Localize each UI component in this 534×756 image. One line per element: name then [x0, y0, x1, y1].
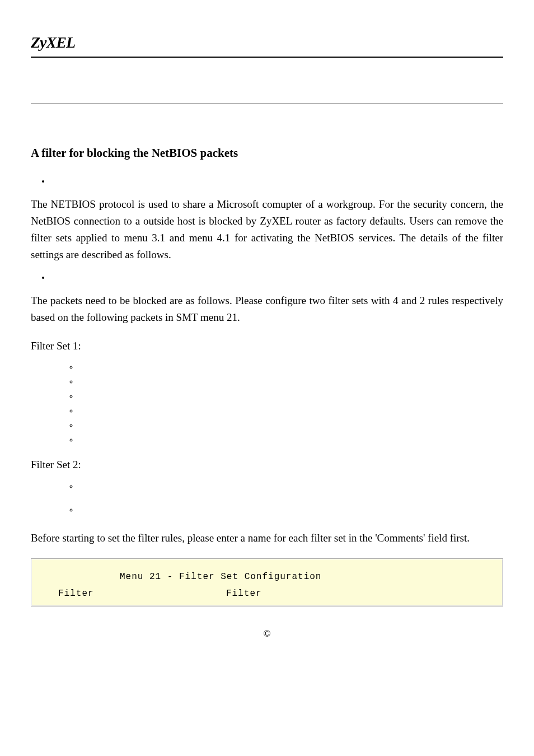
- paragraph-config: The packets need to be blocked are as fo…: [31, 292, 503, 326]
- list-item: [78, 405, 503, 416]
- filterset1-heading: Filter Set 1:: [31, 338, 503, 354]
- bullet-item: [50, 272, 503, 282]
- filterset1-list: [78, 362, 503, 445]
- footer-copyright: ©: [31, 627, 503, 641]
- list-item: [78, 481, 503, 491]
- bullet-item: [50, 176, 503, 186]
- terminal-col-header-1: Filter: [58, 587, 226, 600]
- terminal-header-row: Filter Filter: [40, 587, 494, 600]
- terminal-col-header-2: Filter: [226, 587, 262, 600]
- paragraph-intro: The NETBIOS protocol is used to share a …: [31, 196, 503, 263]
- filterset2-list: [78, 481, 503, 515]
- list-item: [78, 420, 503, 430]
- list-item: [78, 505, 503, 515]
- filterset2-heading: Filter Set 2:: [31, 457, 503, 473]
- instruction-text: Before starting to set the filter rules,…: [31, 530, 503, 547]
- page-title: A filter for blocking the NetBIOS packet…: [31, 144, 503, 162]
- section-rule: [31, 104, 503, 104]
- list-item: [78, 391, 503, 401]
- list-item: [78, 435, 503, 445]
- bullet-group-2: [50, 272, 503, 282]
- header-rule: [31, 57, 503, 58]
- terminal-output: Menu 21 - Filter Set Configuration Filte…: [31, 558, 503, 606]
- brand-logo: ZyXEL: [31, 31, 503, 54]
- list-item: [78, 362, 503, 372]
- list-item: [78, 376, 503, 386]
- terminal-title: Menu 21 - Filter Set Configuration: [40, 570, 494, 584]
- bullet-group-1: [50, 176, 503, 186]
